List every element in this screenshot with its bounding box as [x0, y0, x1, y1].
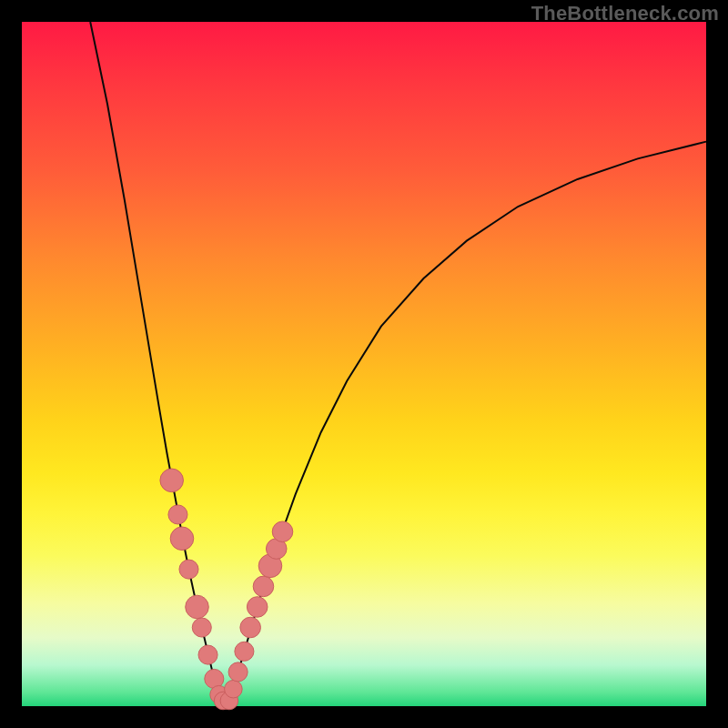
watermark-text: TheBottleneck.com: [531, 2, 719, 25]
chart-plot-area: [22, 22, 706, 706]
